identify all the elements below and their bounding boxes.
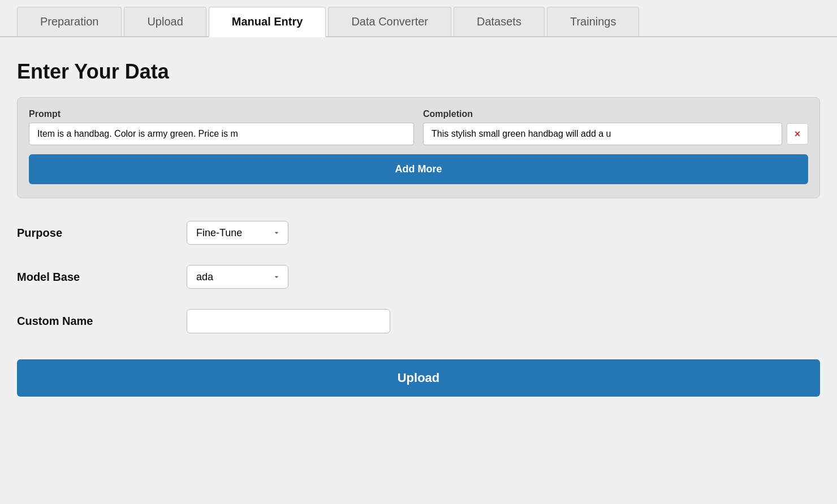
completion-input[interactable] (423, 123, 782, 145)
prompt-input[interactable] (29, 123, 414, 145)
model-base-row: Model Base ada babbage curie davinci (17, 265, 820, 289)
completion-label: Completion (423, 109, 808, 119)
tab-trainings[interactable]: Trainings (547, 7, 640, 36)
page-title: Enter Your Data (17, 60, 820, 84)
completion-field-group: Completion × (423, 109, 808, 145)
main-content: Enter Your Data Prompt Completion × Add … (0, 37, 837, 414)
purpose-row: Purpose Fine-Tune Classification Search (17, 221, 820, 245)
model-base-select[interactable]: ada babbage curie davinci (187, 265, 288, 289)
custom-name-label: Custom Name (17, 315, 187, 328)
add-more-button[interactable]: Add More (29, 154, 808, 184)
purpose-label: Purpose (17, 227, 187, 240)
tabs-container: Preparation Upload Manual Entry Data Con… (0, 0, 837, 37)
custom-name-input[interactable] (187, 309, 390, 333)
data-card: Prompt Completion × Add More (17, 97, 820, 198)
tab-upload[interactable]: Upload (124, 7, 206, 36)
purpose-select[interactable]: Fine-Tune Classification Search (187, 221, 288, 245)
tab-datasets[interactable]: Datasets (454, 7, 545, 36)
data-row: Prompt Completion × (29, 109, 808, 145)
remove-entry-button[interactable]: × (787, 123, 808, 145)
custom-name-row: Custom Name (17, 309, 820, 333)
tab-data-converter[interactable]: Data Converter (328, 7, 451, 36)
prompt-field-group: Prompt (29, 109, 414, 145)
model-base-label: Model Base (17, 271, 187, 284)
completion-wrapper: × (423, 123, 808, 145)
upload-button[interactable]: Upload (17, 359, 820, 397)
prompt-label: Prompt (29, 109, 414, 119)
tab-manual-entry[interactable]: Manual Entry (209, 7, 326, 37)
tab-preparation[interactable]: Preparation (17, 7, 122, 36)
